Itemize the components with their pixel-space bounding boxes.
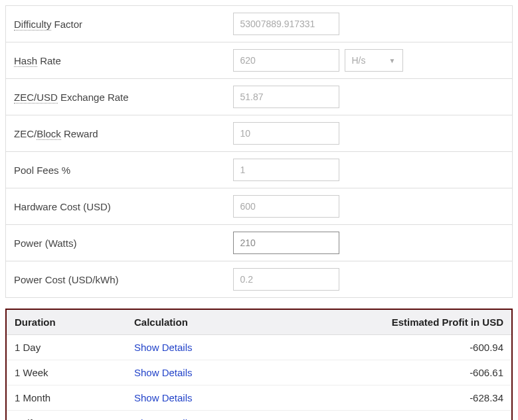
hash-unit-select[interactable]: H/s▼ <box>345 49 403 72</box>
table-row: 1 MonthShow Details-628.34 <box>7 385 511 411</box>
form-input[interactable] <box>233 159 339 181</box>
cell-profit: -771.93 <box>268 411 511 421</box>
label-part: ZEC/ <box>14 128 37 139</box>
form-label: Power Cost (USD/kWh) <box>6 261 225 298</box>
results-table: Duration Calculation Estimated Profit in… <box>7 310 511 420</box>
form-input-cell <box>225 152 513 188</box>
form-input[interactable] <box>233 122 339 145</box>
form-input-cell <box>225 115 513 152</box>
cell-duration: Half Year <box>7 411 126 421</box>
cell-profit: -606.61 <box>268 360 511 385</box>
form-row: Hardware Cost (USD) <box>6 188 513 225</box>
form-input[interactable] <box>233 49 339 72</box>
cell-profit: -628.34 <box>268 385 511 411</box>
cell-calculation: Show Details <box>126 385 268 411</box>
form-input-cell <box>225 79 513 115</box>
form-row: ZEC/Block Reward <box>6 115 513 152</box>
select-value: H/s <box>352 55 366 66</box>
col-profit: Estimated Profit in USD <box>268 310 511 335</box>
label-part: Block <box>37 128 61 140</box>
label-part: Factor <box>51 19 82 30</box>
show-details-link[interactable]: Show Details <box>134 417 193 420</box>
label-part: Difficulty <box>14 19 51 31</box>
label-part: Exchange Rate <box>58 92 129 103</box>
form-label: Hash Rate <box>6 42 225 79</box>
col-calculation: Calculation <box>126 310 268 335</box>
form-label: Difficulty Factor <box>6 6 225 42</box>
label-part: Power (Watts) <box>14 238 76 249</box>
form-input[interactable] <box>233 195 339 218</box>
label-part: Hash <box>14 55 37 67</box>
form-row: Power Cost (USD/kWh) <box>6 261 513 298</box>
form-input-cell <box>225 261 513 298</box>
label-part: Reward <box>61 128 98 139</box>
form-row: Pool Fees % <box>6 152 513 188</box>
cell-calculation: Show Details <box>126 335 268 360</box>
form-label: Hardware Cost (USD) <box>6 188 225 225</box>
form-label: ZEC/USD Exchange Rate <box>6 79 225 115</box>
table-row: 1 WeekShow Details-606.61 <box>7 360 511 385</box>
form-input-cell <box>225 225 513 261</box>
label-part: Hardware Cost (USD) <box>14 201 111 212</box>
label-part: ZEC/USD <box>14 92 58 104</box>
form-label: Pool Fees % <box>6 152 225 188</box>
results-panel: Duration Calculation Estimated Profit in… <box>5 309 513 420</box>
form-row: Hash RateH/s▼ <box>6 42 513 79</box>
table-row: Half YearShow Details-771.93 <box>7 411 511 421</box>
table-row: 1 DayShow Details-600.94 <box>7 335 511 360</box>
form-input[interactable] <box>233 13 339 35</box>
cell-duration: 1 Week <box>7 360 126 385</box>
cell-duration: 1 Month <box>7 385 126 411</box>
cell-profit: -600.94 <box>268 335 511 360</box>
cell-duration: 1 Day <box>7 335 126 360</box>
form-label: Power (Watts) <box>6 225 225 261</box>
form-input-cell <box>225 188 513 225</box>
form-row: Difficulty Factor <box>6 6 513 42</box>
chevron-down-icon: ▼ <box>389 57 396 64</box>
show-details-link[interactable]: Show Details <box>134 367 193 378</box>
label-part: Rate <box>37 55 61 66</box>
calculator-form: Difficulty FactorHash RateH/s▼ZEC/USD Ex… <box>5 5 513 298</box>
form-input-cell: H/s▼ <box>225 42 513 79</box>
col-duration: Duration <box>7 310 126 335</box>
form-input[interactable] <box>233 268 339 291</box>
show-details-link[interactable]: Show Details <box>134 342 193 353</box>
cell-calculation: Show Details <box>126 411 268 421</box>
form-row: ZEC/USD Exchange Rate <box>6 79 513 115</box>
show-details-link[interactable]: Show Details <box>134 392 193 403</box>
form-input[interactable] <box>233 232 339 254</box>
form-label: ZEC/Block Reward <box>6 115 225 152</box>
form-row: Power (Watts) <box>6 225 513 261</box>
label-part: Pool Fees % <box>14 165 70 176</box>
cell-calculation: Show Details <box>126 360 268 385</box>
form-input-cell <box>225 6 513 42</box>
form-input[interactable] <box>233 86 339 108</box>
label-part: Power Cost (USD/kWh) <box>14 274 119 285</box>
